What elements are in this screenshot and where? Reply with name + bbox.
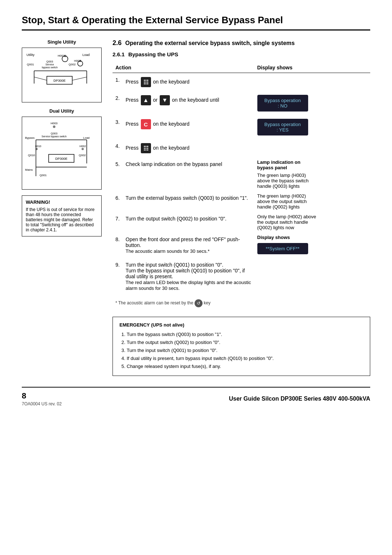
step-5: 5. Check lamp indication on the bypass p… (115, 159, 252, 169)
step-7: 7. Turn the output switch (Q002) to posi… (115, 214, 252, 223)
warning-text: If the UPS is out of service for more th… (26, 207, 98, 232)
lamp-step6-text: The green lamp (H002)above the output sw… (257, 193, 368, 210)
arrow-down-icon: ▼ (160, 95, 170, 105)
table-row: 7. Turn the output switch (Q002) to posi… (113, 212, 370, 232)
svg-text:bypass switch: bypass switch (42, 66, 58, 69)
reset-icon: ↺ (195, 299, 203, 307)
instructions-table: Action Display shows 1. Press ☷ on the k… (113, 62, 370, 309)
warning-box: WARNING! If the UPS is out of service fo… (22, 195, 102, 236)
table-row: 8. Open the front door and press the red… (113, 232, 370, 258)
lamp-step5-text: The green lamp (H003)above the bypass sw… (257, 173, 368, 189)
table-row: 4. Press ☷ on the keyboard (113, 139, 370, 157)
arrow-up-icon: ▲ (141, 95, 151, 105)
single-utility-label: Single Utility (22, 39, 102, 45)
svg-text:H003: H003 (58, 54, 65, 57)
table-row: 6. Turn the external bypass switch (Q003… (113, 191, 370, 212)
svg-text:Load: Load (82, 53, 90, 57)
menu-icon-4: ☷ (141, 143, 151, 153)
subsection-title: Bypassing the UPS (128, 51, 178, 57)
dual-utility-label: Dual Utility (22, 108, 102, 114)
step-2: 2. Press ▲ or ▼ on the keyboard until (115, 93, 252, 107)
step-6: 6. Turn the external bypass switch (Q003… (115, 193, 252, 203)
menu-icon-1: ☷ (141, 77, 151, 87)
svg-text:Bypass: Bypass (25, 136, 34, 139)
table-row: 9. Turn the input switch (Q001) to posit… (113, 258, 370, 295)
svg-text:Utility: Utility (26, 53, 34, 57)
right-panel: 2.6 Operating the external service bypas… (113, 39, 370, 376)
step-3: 3. Press C on the keyboard (115, 117, 252, 131)
display-header: Display shows (254, 62, 371, 73)
svg-text:Q001: Q001 (27, 63, 34, 66)
step-4: 4. Press ☷ on the keyboard (115, 141, 252, 155)
warning-title: WARNING! (26, 199, 98, 205)
svg-text:Q002: Q002 (79, 154, 86, 157)
single-utility-svg: Utility Load ⊗ H003 Q001 Q003 Service by… (25, 51, 94, 98)
page-title: Stop, Start & Operating the External Ser… (22, 15, 370, 31)
svg-text:Q003: Q003 (51, 132, 57, 135)
table-row: 1. Press ☷ on the keyboard (113, 73, 370, 92)
step-1: 1. Press ☷ on the keyboard (115, 75, 252, 89)
subsection-number: 2.6.1 (113, 51, 124, 57)
svg-text:Q003: Q003 (46, 60, 53, 63)
svg-text:Service: Service (45, 63, 54, 66)
svg-line-19 (72, 77, 87, 80)
svg-text:Q002: Q002 (69, 63, 76, 66)
svg-line-18 (34, 77, 47, 80)
step-9: 9. Turn the input switch (Q001) to posit… (115, 260, 252, 293)
footer-guide: User Guide Silcon DP300E Series 480V 400… (229, 396, 370, 402)
step-8: 8. Open the front door and press the red… (115, 235, 252, 256)
bypass-yes-badge: Bypass operation: YES (257, 119, 308, 135)
lamp-step7-text: Only the lamp (H002) abovethe output swi… (257, 214, 368, 230)
table-row: 2. Press ▲ or ▼ on the keyboard until By… (113, 91, 370, 115)
svg-text:H002: H002 (74, 59, 81, 62)
dual-utility-svg: Bypass Load H003 ⊗ Q003 Service bypass s… (25, 120, 94, 185)
action-header: Action (113, 62, 254, 73)
footer: 8 7OA0004 US rev. 02 User Guide Silcon D… (22, 387, 370, 406)
section-number: 2.6 (113, 39, 122, 47)
left-panel: Single Utility Utility Load ⊗ H003 Q001 … (22, 39, 102, 376)
bypass-no-badge: Bypass operation: NO (257, 95, 308, 112)
svg-text:Q001: Q001 (40, 174, 47, 177)
svg-text:DP300E: DP300E (55, 157, 68, 161)
footer-ref: 7OA0004 US rev. 02 (22, 401, 62, 406)
acoustic-note: * The acoustic alarm can be reset by the… (115, 299, 367, 307)
lamp-label: Lamp indication onbypass panel (257, 159, 368, 170)
svg-text:Load: Load (83, 136, 90, 139)
list-item: Turn the output switch (Q002) to positio… (127, 339, 363, 347)
section-title: Operating the external service bypass sw… (125, 40, 295, 46)
svg-text:⊗: ⊗ (53, 125, 56, 129)
system-off-badge: **System OFF** (257, 243, 308, 254)
svg-text:Q010: Q010 (28, 154, 35, 157)
svg-text:Service bypass switch: Service bypass switch (42, 135, 67, 138)
svg-text:⊗: ⊗ (35, 147, 38, 151)
dual-utility-diagram: Bypass Load H003 ⊗ Q003 Service bypass s… (22, 117, 102, 190)
display-shows-2: Display shows (257, 235, 368, 240)
svg-text:⊗: ⊗ (81, 147, 84, 151)
table-row: * The acoustic alarm can be reset by the… (113, 295, 370, 309)
emergency-title: EMERGENCY (UPS not alive) (119, 322, 363, 328)
emergency-list: Turn the bypass switch (Q003) to positio… (119, 331, 363, 370)
emergency-box: EMERGENCY (UPS not alive) Turn the bypas… (113, 317, 370, 376)
table-row: 3. Press C on the keyboard Bypass operat… (113, 115, 370, 139)
page-number: 8 (22, 391, 62, 401)
list-item: Change released system input fuse(s), if… (127, 362, 363, 370)
table-row: 5. Check lamp indication on the bypass p… (113, 157, 370, 191)
list-item: Turn the input switch (Q001) to position… (127, 347, 363, 355)
single-utility-diagram: Utility Load ⊗ H003 Q001 Q003 Service by… (22, 48, 102, 102)
list-item: If dual utility is present, turn bypass … (127, 355, 363, 362)
c-key-icon: C (141, 119, 151, 129)
svg-text:DP300E: DP300E (53, 79, 66, 82)
list-item: Turn the bypass switch (Q003) to positio… (127, 331, 363, 339)
svg-text:Mains: Mains (25, 168, 33, 171)
